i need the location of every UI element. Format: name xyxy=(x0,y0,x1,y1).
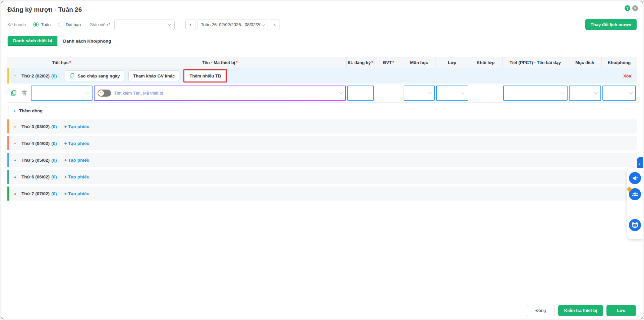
chevron-down-icon xyxy=(85,91,89,94)
day-count: (0) xyxy=(51,158,57,163)
add-row-button[interactable]: + Thêm dòng xyxy=(8,106,47,116)
storage-room-select[interactable] xyxy=(602,86,636,101)
tab-room-list[interactable]: Danh sách Kho/phòng xyxy=(57,36,116,46)
trash-icon[interactable] xyxy=(21,90,27,96)
required-asterisk: * xyxy=(109,22,110,27)
day-count: (0) xyxy=(51,191,57,196)
tab-device-list[interactable]: Danh sách thiết bị xyxy=(8,36,57,46)
sparkle-icon xyxy=(98,90,104,96)
chevron-down-icon xyxy=(261,22,265,26)
column-header: Mục đích xyxy=(568,57,602,68)
day-row-monday: ▼ Thứ 2 (02/02) (0) Sao chép sang ngày T… xyxy=(7,68,637,84)
column-header: Khối lớp xyxy=(469,57,503,68)
next-week-button[interactable]: › xyxy=(270,19,280,30)
collapse-panel-chevron-icon[interactable]: › xyxy=(637,157,643,169)
day-label: Thứ 3 (03/02) xyxy=(21,124,50,129)
day-row-thursday: ▲ Thứ 5 (05/02) (0) + Tạo phiếu xyxy=(7,153,637,167)
notification-dot xyxy=(627,187,632,192)
day-row-tuesday: ▲ Thứ 3 (03/02) (0) + Tạo phiếu xyxy=(7,119,637,134)
unit-cell xyxy=(374,84,403,102)
radio-week-selected-icon[interactable] xyxy=(33,22,39,27)
copy-to-day-button[interactable]: Sao chép sang ngày xyxy=(65,70,124,81)
lesson-name-select[interactable] xyxy=(503,86,568,101)
purpose-select[interactable] xyxy=(569,86,601,101)
column-header: Tiết học* xyxy=(30,57,93,68)
day-label: Thứ 6 (06/02) xyxy=(21,174,50,179)
day-row-wednesday: ▲ Thứ 4 (04/02) (0) + Tạo phiếu xyxy=(7,136,637,150)
column-header: Tên - Mã thiết bị* xyxy=(93,57,347,68)
create-ticket-link[interactable]: + Tạo phiếu xyxy=(64,158,89,163)
expand-arrow-icon[interactable]: ▲ xyxy=(13,158,17,162)
close-icon[interactable]: × xyxy=(632,5,638,11)
duplicate-row-icon[interactable] xyxy=(11,90,17,96)
device-search-combobox[interactable]: Tìm kiếm Tên, Mã thiết bị xyxy=(94,86,346,101)
annotation-highlight: Thêm nhiều TB xyxy=(183,69,227,83)
column-header: Tiết (PPCT) - Tên bài dạy xyxy=(503,57,568,68)
expand-arrow-icon[interactable]: ▲ xyxy=(13,142,17,145)
copy-icon xyxy=(69,73,75,78)
community-people-icon[interactable] xyxy=(629,188,641,200)
class-select[interactable] xyxy=(436,86,468,101)
expand-arrow-icon[interactable]: ▲ xyxy=(13,125,17,128)
day-count: (0) xyxy=(51,124,57,129)
chevron-down-icon xyxy=(168,22,171,26)
day-label: Thứ 4 (04/02) xyxy=(21,141,50,146)
column-header: Môn học xyxy=(403,57,435,68)
ai-search-toggle[interactable] xyxy=(98,90,111,97)
chevron-down-icon xyxy=(339,91,343,94)
quantity-input[interactable] xyxy=(347,86,374,101)
radio-week[interactable]: Tuần xyxy=(33,22,51,27)
week-navigator: ‹ Tuần 26: 02/02/2026 - 08/02/2026 › xyxy=(185,19,280,30)
grade-cell xyxy=(469,84,503,102)
column-header-empty xyxy=(7,57,30,68)
radio-longterm[interactable]: Dài hạn xyxy=(58,22,81,27)
list-tabs: Danh sách thiết bị Danh sách Kho/phòng xyxy=(7,36,117,46)
chevron-down-icon xyxy=(561,91,564,94)
teacher-select[interactable] xyxy=(114,19,175,30)
create-ticket-link[interactable]: + Tạo phiếu xyxy=(64,174,89,179)
day-row-friday: ▲ Thứ 6 (06/02) (0) + Tạo phiếu xyxy=(7,170,637,184)
plus-icon: + xyxy=(13,108,16,114)
device-search-placeholder: Tìm kiếm Tên, Mã thiết bị xyxy=(114,91,163,96)
collapse-arrow-icon[interactable]: ▼ xyxy=(13,74,17,77)
lesson-period-select[interactable] xyxy=(31,86,93,101)
close-button[interactable]: Đóng xyxy=(527,305,555,316)
borrow-table: Tiết học* Tên - Mã thiết bị* SL đăng ký*… xyxy=(7,57,637,201)
subject-select[interactable] xyxy=(404,86,435,101)
page-title: Đăng ký mượn - Tuần 26 xyxy=(7,6,637,13)
chevron-down-icon xyxy=(428,91,431,94)
save-button[interactable]: Lưu xyxy=(606,305,636,316)
borrow-registration-modal: Đăng ký mượn - Tuần 26 ? × Kế hoạch Tuần… xyxy=(1,1,643,319)
column-header: ĐVT* xyxy=(374,57,403,68)
column-header: Kho/phòng xyxy=(602,57,637,68)
consult-other-teacher-button[interactable]: Tham khảo GV khác xyxy=(128,70,179,81)
radio-longterm-icon[interactable] xyxy=(58,22,63,27)
expand-arrow-icon[interactable]: ▲ xyxy=(13,175,17,178)
column-header: SL đăng ký* xyxy=(347,57,374,68)
change-schedule-button[interactable]: Thay đổi lịch mượn xyxy=(585,19,637,30)
help-icon[interactable]: ? xyxy=(625,5,630,11)
week-select[interactable]: Tuần 26: 02/02/2026 - 08/02/2026 xyxy=(197,19,268,30)
title-bar: Đăng ký mượn - Tuần 26 ? × xyxy=(1,1,643,13)
add-many-devices-button[interactable]: Thêm nhiều TB xyxy=(185,70,226,81)
delete-day-link[interactable]: Xóa xyxy=(623,73,631,78)
teacher-label: Giáo viên* xyxy=(90,22,110,27)
day-label: Thứ 7 (07/02) xyxy=(21,191,50,196)
create-ticket-link[interactable]: + Tạo phiếu xyxy=(64,124,89,129)
prev-week-button[interactable]: ‹ xyxy=(185,19,195,30)
day-label: Thứ 5 (05/02) xyxy=(21,158,50,163)
table-header-row: Tiết học* Tên - Mã thiết bị* SL đăng ký*… xyxy=(7,57,637,68)
announcement-megaphone-icon[interactable] xyxy=(629,172,641,184)
day-count: (0) xyxy=(51,73,57,78)
support-widget-panel xyxy=(627,168,643,239)
day-row-saturday: ▲ Thứ 7 (07/02) (0) + Tạo phiếu xyxy=(7,186,637,201)
chevron-down-icon xyxy=(461,91,465,94)
create-ticket-link[interactable]: + Tạo phiếu xyxy=(64,191,89,196)
day-count: (0) xyxy=(51,174,57,179)
week-select-value: Tuần 26: 02/02/2026 - 08/02/2026 xyxy=(201,22,260,27)
chatbot-icon[interactable] xyxy=(629,219,641,231)
create-ticket-link[interactable]: + Tạo phiếu xyxy=(64,141,89,146)
expand-arrow-icon[interactable]: ▲ xyxy=(13,192,17,195)
column-header: Lớp xyxy=(435,57,469,68)
check-devices-button[interactable]: Kiểm tra thiết bị xyxy=(558,305,603,316)
